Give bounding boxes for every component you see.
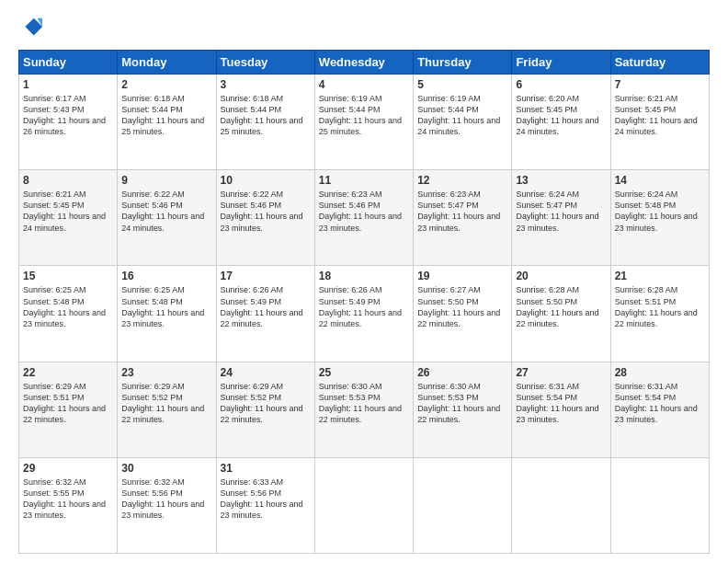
column-header-tuesday: Tuesday: [216, 51, 314, 75]
column-header-sunday: Sunday: [19, 51, 118, 75]
day-number: 6: [516, 78, 606, 91]
day-number: 16: [121, 270, 211, 282]
day-number: 27: [516, 366, 606, 379]
day-info: Sunrise: 6:31 AMSunset: 5:54 PMDaylight:…: [516, 382, 598, 424]
day-number: 18: [319, 270, 409, 282]
table-row: 11 Sunrise: 6:23 AMSunset: 5:46 PMDaylig…: [314, 170, 413, 266]
day-number: 4: [319, 78, 409, 91]
day-number: 9: [121, 174, 211, 187]
table-row: [512, 457, 610, 553]
day-number: 28: [615, 366, 705, 379]
table-row: 21 Sunrise: 6:28 AMSunset: 5:51 PMDaylig…: [610, 266, 709, 362]
day-info: Sunrise: 6:26 AMSunset: 5:49 PMDaylight:…: [319, 285, 402, 327]
day-number: 2: [121, 78, 211, 91]
day-info: Sunrise: 6:29 AMSunset: 5:52 PMDaylight:…: [121, 382, 204, 424]
day-number: 10: [221, 174, 311, 187]
day-number: 24: [221, 366, 311, 379]
day-info: Sunrise: 6:19 AMSunset: 5:44 PMDaylight:…: [417, 94, 500, 136]
day-info: Sunrise: 6:30 AMSunset: 5:53 PMDaylight:…: [417, 382, 500, 424]
page: SundayMondayTuesdayWednesdayThursdayFrid…: [0, 0, 728, 563]
day-info: Sunrise: 6:27 AMSunset: 5:50 PMDaylight:…: [417, 285, 500, 327]
day-info: Sunrise: 6:24 AMSunset: 5:48 PMDaylight:…: [615, 190, 698, 232]
table-row: 23 Sunrise: 6:29 AMSunset: 5:52 PMDaylig…: [118, 362, 216, 457]
table-row: [414, 457, 512, 553]
table-row: 14 Sunrise: 6:24 AMSunset: 5:48 PMDaylig…: [610, 170, 709, 266]
table-row: 8 Sunrise: 6:21 AMSunset: 5:45 PMDayligh…: [19, 170, 118, 266]
table-row: 3 Sunrise: 6:18 AMSunset: 5:44 PMDayligh…: [216, 75, 314, 170]
day-info: Sunrise: 6:21 AMSunset: 5:45 PMDaylight:…: [23, 190, 106, 232]
column-header-saturday: Saturday: [610, 51, 709, 75]
calendar-header-row: SundayMondayTuesdayWednesdayThursdayFrid…: [19, 51, 710, 75]
table-row: 27 Sunrise: 6:31 AMSunset: 5:54 PMDaylig…: [512, 362, 610, 457]
table-row: 25 Sunrise: 6:30 AMSunset: 5:53 PMDaylig…: [314, 362, 413, 457]
day-number: 19: [417, 270, 507, 282]
logo-icon: [18, 15, 44, 40]
table-row: 20 Sunrise: 6:28 AMSunset: 5:50 PMDaylig…: [512, 266, 610, 362]
table-row: 2 Sunrise: 6:18 AMSunset: 5:44 PMDayligh…: [118, 75, 216, 170]
column-header-thursday: Thursday: [414, 51, 512, 75]
table-row: 13 Sunrise: 6:24 AMSunset: 5:47 PMDaylig…: [512, 170, 610, 266]
day-info: Sunrise: 6:23 AMSunset: 5:46 PMDaylight:…: [319, 190, 402, 232]
table-row: 28 Sunrise: 6:31 AMSunset: 5:54 PMDaylig…: [610, 362, 709, 457]
table-row: 30 Sunrise: 6:32 AMSunset: 5:56 PMDaylig…: [118, 457, 216, 553]
day-number: 1: [23, 78, 113, 91]
day-info: Sunrise: 6:25 AMSunset: 5:48 PMDaylight:…: [121, 285, 204, 327]
day-info: Sunrise: 6:28 AMSunset: 5:51 PMDaylight:…: [615, 285, 698, 327]
table-row: 24 Sunrise: 6:29 AMSunset: 5:52 PMDaylig…: [216, 362, 314, 457]
table-row: 9 Sunrise: 6:22 AMSunset: 5:46 PMDayligh…: [118, 170, 216, 266]
day-info: Sunrise: 6:22 AMSunset: 5:46 PMDaylight:…: [221, 190, 303, 232]
calendar-week-1: 1 Sunrise: 6:17 AMSunset: 5:43 PMDayligh…: [19, 75, 710, 170]
day-number: 8: [23, 174, 113, 187]
day-number: 17: [221, 270, 311, 282]
day-info: Sunrise: 6:23 AMSunset: 5:47 PMDaylight:…: [417, 190, 500, 232]
day-info: Sunrise: 6:18 AMSunset: 5:44 PMDaylight:…: [221, 94, 303, 136]
day-info: Sunrise: 6:17 AMSunset: 5:43 PMDaylight:…: [23, 94, 106, 136]
calendar-week-4: 22 Sunrise: 6:29 AMSunset: 5:51 PMDaylig…: [19, 362, 710, 457]
day-info: Sunrise: 6:19 AMSunset: 5:44 PMDaylight:…: [319, 94, 402, 136]
column-header-friday: Friday: [512, 51, 610, 75]
calendar-week-5: 29 Sunrise: 6:32 AMSunset: 5:55 PMDaylig…: [19, 457, 710, 553]
day-number: 25: [319, 366, 409, 379]
day-number: 21: [615, 270, 705, 282]
table-row: 4 Sunrise: 6:19 AMSunset: 5:44 PMDayligh…: [314, 75, 413, 170]
calendar-week-2: 8 Sunrise: 6:21 AMSunset: 5:45 PMDayligh…: [19, 170, 710, 266]
header: [18, 15, 710, 40]
day-number: 13: [516, 174, 606, 187]
table-row: 22 Sunrise: 6:29 AMSunset: 5:51 PMDaylig…: [19, 362, 118, 457]
day-info: Sunrise: 6:22 AMSunset: 5:46 PMDaylight:…: [121, 190, 204, 232]
day-info: Sunrise: 6:24 AMSunset: 5:47 PMDaylight:…: [516, 190, 598, 232]
day-info: Sunrise: 6:33 AMSunset: 5:56 PMDaylight:…: [221, 477, 303, 520]
table-row: 12 Sunrise: 6:23 AMSunset: 5:47 PMDaylig…: [414, 170, 512, 266]
table-row: [610, 457, 709, 553]
calendar-table: SundayMondayTuesdayWednesdayThursdayFrid…: [18, 50, 710, 554]
day-number: 5: [417, 78, 507, 91]
day-number: 20: [516, 270, 606, 282]
day-info: Sunrise: 6:28 AMSunset: 5:50 PMDaylight:…: [516, 285, 598, 327]
table-row: 1 Sunrise: 6:17 AMSunset: 5:43 PMDayligh…: [19, 75, 118, 170]
day-info: Sunrise: 6:29 AMSunset: 5:51 PMDaylight:…: [23, 382, 106, 424]
day-number: 29: [23, 462, 113, 475]
table-row: 5 Sunrise: 6:19 AMSunset: 5:44 PMDayligh…: [414, 75, 512, 170]
table-row: 26 Sunrise: 6:30 AMSunset: 5:53 PMDaylig…: [414, 362, 512, 457]
day-number: 30: [121, 462, 211, 475]
day-number: 11: [319, 174, 409, 187]
table-row: 29 Sunrise: 6:32 AMSunset: 5:55 PMDaylig…: [19, 457, 118, 553]
day-number: 22: [23, 366, 113, 379]
day-info: Sunrise: 6:25 AMSunset: 5:48 PMDaylight:…: [23, 285, 106, 327]
day-info: Sunrise: 6:20 AMSunset: 5:45 PMDaylight:…: [516, 94, 598, 136]
day-info: Sunrise: 6:32 AMSunset: 5:55 PMDaylight:…: [23, 477, 106, 520]
table-row: 18 Sunrise: 6:26 AMSunset: 5:49 PMDaylig…: [314, 266, 413, 362]
column-header-wednesday: Wednesday: [314, 51, 413, 75]
day-info: Sunrise: 6:32 AMSunset: 5:56 PMDaylight:…: [121, 477, 204, 520]
table-row: 31 Sunrise: 6:33 AMSunset: 5:56 PMDaylig…: [216, 457, 314, 553]
table-row: [314, 457, 413, 553]
calendar-week-3: 15 Sunrise: 6:25 AMSunset: 5:48 PMDaylig…: [19, 266, 710, 362]
table-row: 19 Sunrise: 6:27 AMSunset: 5:50 PMDaylig…: [414, 266, 512, 362]
day-info: Sunrise: 6:26 AMSunset: 5:49 PMDaylight:…: [221, 285, 303, 327]
day-info: Sunrise: 6:18 AMSunset: 5:44 PMDaylight:…: [121, 94, 204, 136]
day-number: 14: [615, 174, 705, 187]
table-row: 17 Sunrise: 6:26 AMSunset: 5:49 PMDaylig…: [216, 266, 314, 362]
table-row: 16 Sunrise: 6:25 AMSunset: 5:48 PMDaylig…: [118, 266, 216, 362]
day-info: Sunrise: 6:21 AMSunset: 5:45 PMDaylight:…: [615, 94, 698, 136]
day-info: Sunrise: 6:29 AMSunset: 5:52 PMDaylight:…: [221, 382, 303, 424]
